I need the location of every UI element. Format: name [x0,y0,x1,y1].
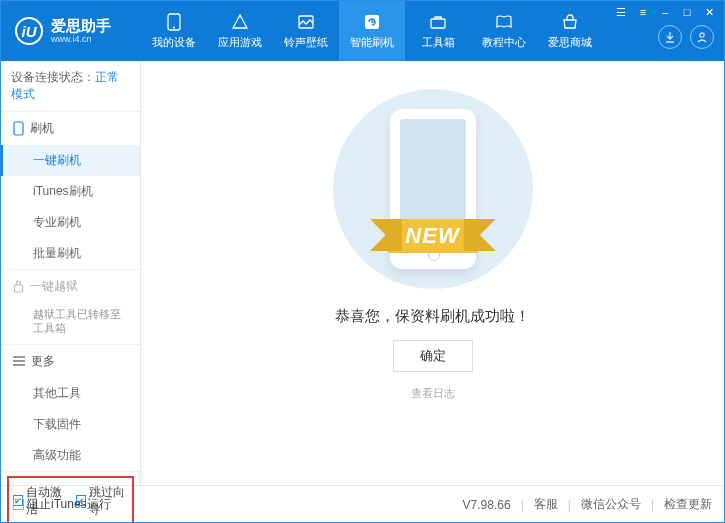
account-button[interactable] [690,25,714,49]
success-message: 恭喜您，保资料刷机成功啦！ [335,307,530,326]
main-content: NEW 恭喜您，保资料刷机成功啦！ 确定 查看日志 [141,61,724,485]
sidebar-group-flash[interactable]: 刷机 [1,112,140,145]
phone-icon [13,121,24,136]
brand: iU 爱思助手 www.i4.cn [1,17,141,45]
apps-icon [230,13,250,31]
ok-button[interactable]: 确定 [393,340,473,372]
svg-rect-6 [14,122,23,135]
nav-smart-flash[interactable]: 智能刷机 [339,1,405,61]
sidebar-item-other-tools[interactable]: 其他工具 [1,378,140,409]
nav-label: 工具箱 [422,35,455,50]
group-title: 一键越狱 [30,278,78,295]
sidebar-group-jailbreak: 一键越狱 [1,270,140,303]
sidebar-item-batch-flash[interactable]: 批量刷机 [1,238,140,269]
nav-label: 爱思商城 [548,35,592,50]
sidebar-item-advanced[interactable]: 高级功能 [1,440,140,471]
titlebar: iU 爱思助手 www.i4.cn 我的设备 应用游戏 铃声壁纸 智能刷机 工具… [1,1,724,61]
sidebar-group-more[interactable]: 更多 [1,345,140,378]
wallpaper-icon [296,13,316,31]
checkbox-label: 阻止iTunes运行 [27,496,111,513]
book-icon [494,13,514,31]
view-log-link[interactable]: 查看日志 [411,386,455,401]
sidebar-item-pro-flash[interactable]: 专业刷机 [1,207,140,238]
nav-label: 我的设备 [152,35,196,50]
nav-toolbox[interactable]: 工具箱 [405,1,471,61]
nav-label: 应用游戏 [218,35,262,50]
maximize-button[interactable]: □ [678,5,696,19]
svg-rect-7 [15,285,23,292]
group-title: 更多 [31,353,55,370]
nav-label: 智能刷机 [350,35,394,50]
connection-label: 设备连接状态： [11,70,95,84]
success-illustration: NEW [333,89,533,289]
store-icon [560,13,580,31]
nav-label: 教程中心 [482,35,526,50]
menu-icon[interactable]: ☰ [612,5,630,19]
minimize-button[interactable]: – [656,5,674,19]
window-controls: ☰ ≡ – □ ✕ [612,5,718,19]
sidebar-item-download-firmware[interactable]: 下载固件 [1,409,140,440]
nav-store[interactable]: 爱思商城 [537,1,603,61]
brand-logo-icon: iU [15,17,43,45]
jailbreak-note: 越狱工具已转移至工具箱 [1,303,140,344]
download-button[interactable] [658,25,682,49]
close-button[interactable]: ✕ [700,5,718,19]
flash-icon [362,13,382,31]
version-label: V7.98.66 [463,498,511,512]
sidebar-item-oneclick-flash[interactable]: 一键刷机 [1,145,140,176]
brand-title: 爱思助手 [51,18,111,35]
list-icon [13,356,25,367]
settings-icon[interactable]: ≡ [634,5,652,19]
nav-apps-games[interactable]: 应用游戏 [207,1,273,61]
sidebar: 设备连接状态：正常模式 刷机 一键刷机 iTunes刷机 专业刷机 批量刷机 一… [1,61,141,485]
check-update-link[interactable]: 检查更新 [664,496,712,513]
nav-ringtone-wallpaper[interactable]: 铃声壁纸 [273,1,339,61]
group-title: 刷机 [30,120,54,137]
checkbox-block-itunes[interactable]: ✔阻止iTunes运行 [13,496,111,513]
nav-my-device[interactable]: 我的设备 [141,1,207,61]
brand-url: www.i4.cn [51,34,111,44]
svg-point-1 [173,26,175,28]
lock-icon [13,280,24,293]
sidebar-item-itunes-flash[interactable]: iTunes刷机 [1,176,140,207]
nav-label: 铃声壁纸 [284,35,328,50]
svg-rect-4 [431,19,445,28]
connection-status: 设备连接状态：正常模式 [1,61,140,112]
new-ribbon: NEW [387,219,477,253]
svg-point-5 [700,33,704,37]
support-link[interactable]: 客服 [534,496,558,513]
wechat-link[interactable]: 微信公众号 [581,496,641,513]
nav-tutorials[interactable]: 教程中心 [471,1,537,61]
toolbox-icon [428,13,448,31]
phone-icon [164,13,184,31]
